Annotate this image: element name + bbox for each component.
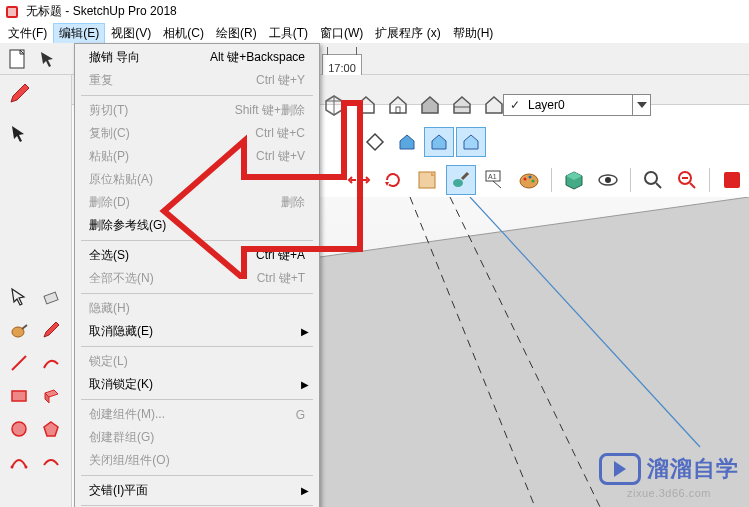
svg-marker-18 <box>464 135 478 149</box>
svg-point-48 <box>11 466 14 469</box>
eraser-icon[interactable] <box>36 282 66 312</box>
menu-item-label: 全部不选(N) <box>89 270 154 287</box>
sketchup-app-icon <box>4 4 20 20</box>
menu-item-label: 创建群组(G) <box>89 429 154 446</box>
svg-point-46 <box>12 422 26 436</box>
separator <box>709 168 710 192</box>
text-label-icon[interactable]: A1 <box>480 165 510 195</box>
svg-marker-10 <box>422 97 438 113</box>
pencil-red-icon[interactable] <box>4 79 34 109</box>
zoom-in-icon[interactable] <box>638 165 668 195</box>
sheet-orange-icon[interactable] <box>412 165 442 195</box>
zoom-out-icon[interactable] <box>672 165 702 195</box>
house-blue-1-icon[interactable] <box>392 127 422 157</box>
dropdown-button[interactable] <box>632 95 650 115</box>
menu-file[interactable]: 文件(F) <box>2 23 53 44</box>
svg-rect-9 <box>396 107 400 113</box>
edit-menu-dropdown: 撤销 导向Alt 键+Backspace重复Ctrl 键+Y剪切(T)Shift… <box>74 43 320 507</box>
pencil-icon[interactable] <box>36 315 66 345</box>
menu-item[interactable]: 取消锁定(K)▶ <box>77 373 317 396</box>
check-icon: ✓ <box>510 98 520 112</box>
bucket-icon[interactable] <box>4 315 34 345</box>
cube-green-icon[interactable] <box>559 165 589 195</box>
house-outline-icon[interactable] <box>351 90 381 120</box>
menu-item-label: 交错(I)平面 <box>89 482 148 499</box>
svg-marker-7 <box>358 97 374 113</box>
menu-item[interactable]: 撤销 导向Alt 键+Backspace <box>77 46 317 69</box>
watermark-url: zixue.3d66.com <box>627 487 711 499</box>
svg-text:A1: A1 <box>488 173 497 180</box>
menu-item-label: 复制(C) <box>89 125 130 142</box>
menu-tools[interactable]: 工具(T) <box>263 23 314 44</box>
menu-item-label: 删除(D) <box>89 194 130 211</box>
menu-item-label: 剪切(T) <box>89 102 128 119</box>
house-blue-3-icon[interactable] <box>456 127 486 157</box>
paint-brush-icon[interactable] <box>446 165 476 195</box>
rect3d-red-icon[interactable] <box>36 381 66 411</box>
circle-red-icon[interactable] <box>4 414 34 444</box>
menu-item: 创建群组(G) <box>77 426 317 449</box>
menu-item[interactable]: 取消隐藏(E)▶ <box>77 320 317 343</box>
svg-line-37 <box>690 183 695 188</box>
menu-camera[interactable]: 相机(C) <box>157 23 210 44</box>
select-arrow-icon[interactable] <box>4 282 34 312</box>
arrows-out-icon[interactable] <box>344 165 374 195</box>
svg-point-33 <box>605 177 611 183</box>
arc-red-icon[interactable] <box>36 447 66 477</box>
menu-item: 关闭组/组件(O) <box>77 449 317 472</box>
arrow-icon[interactable] <box>34 45 62 73</box>
menu-extensions[interactable]: 扩展程序 (x) <box>369 23 446 44</box>
menu-draw[interactable]: 绘图(R) <box>210 23 263 44</box>
menu-item[interactable]: 删除参考线(G) <box>77 214 317 237</box>
poly-red-icon[interactable] <box>36 414 66 444</box>
menu-item-shortcut: Ctrl 键+V <box>256 148 305 165</box>
menu-item: 原位粘贴(A) <box>77 168 317 191</box>
menu-item: 复制(C)Ctrl 键+C <box>77 122 317 145</box>
eye-icon[interactable] <box>593 165 623 195</box>
layer-current: Layer0 <box>528 98 565 112</box>
menu-item[interactable]: 交错(I)平面▶ <box>77 479 317 502</box>
diamond-icon[interactable] <box>360 127 390 157</box>
menu-separator <box>81 475 313 476</box>
svg-marker-15 <box>367 134 383 150</box>
menu-separator <box>81 293 313 294</box>
iso-view-icon[interactable] <box>319 90 349 120</box>
menu-window[interactable]: 窗口(W) <box>314 23 369 44</box>
new-file-icon[interactable] <box>4 45 32 73</box>
menubar: 文件(F) 编辑(E) 视图(V) 相机(C) 绘图(R) 工具(T) 窗口(W… <box>0 23 749 43</box>
menu-item-label: 重复 <box>89 72 113 89</box>
menu-view[interactable]: 视图(V) <box>105 23 157 44</box>
menu-edit[interactable]: 编辑(E) <box>53 23 105 44</box>
svg-line-25 <box>493 181 501 188</box>
svg-marker-17 <box>432 135 446 149</box>
menu-item[interactable]: 全选(S)Ctrl 键+A <box>77 244 317 267</box>
palette-icon[interactable] <box>514 165 544 195</box>
curve-red-icon[interactable] <box>36 348 66 378</box>
menu-item-label: 删除参考线(G) <box>89 217 166 234</box>
house-wire-icon[interactable] <box>383 90 413 120</box>
menu-item-label: 撤销 导向 <box>89 49 140 66</box>
menu-separator <box>81 399 313 400</box>
layer-select[interactable]: ✓ Layer0 <box>503 94 651 116</box>
house-shaded-icon[interactable] <box>415 90 445 120</box>
svg-marker-19 <box>385 182 389 186</box>
menu-item-label: 原位粘贴(A) <box>89 171 153 188</box>
arc2pt-red-icon[interactable] <box>4 447 34 477</box>
menu-item-label: 取消隐藏(E) <box>89 323 153 340</box>
separator <box>551 168 552 192</box>
menu-help[interactable]: 帮助(H) <box>447 23 500 44</box>
house-blue-2-icon[interactable] <box>424 127 454 157</box>
line-red-icon[interactable] <box>4 348 34 378</box>
window-title: 无标题 - SketchUp Pro 2018 <box>26 3 177 20</box>
svg-marker-8 <box>390 97 406 113</box>
cursor-arrow-icon[interactable] <box>4 119 34 149</box>
svg-rect-39 <box>724 172 740 188</box>
menu-item-shortcut: Ctrl 键+T <box>257 270 305 287</box>
watermark-brand: 溜溜自学 <box>647 454 739 484</box>
refresh-icon[interactable] <box>378 165 408 195</box>
svg-rect-40 <box>44 292 58 304</box>
titlebar: 无标题 - SketchUp Pro 2018 <box>0 0 749 23</box>
red-box-icon[interactable] <box>717 165 747 195</box>
rect-red-icon[interactable] <box>4 381 34 411</box>
house-texture-icon[interactable] <box>447 90 477 120</box>
